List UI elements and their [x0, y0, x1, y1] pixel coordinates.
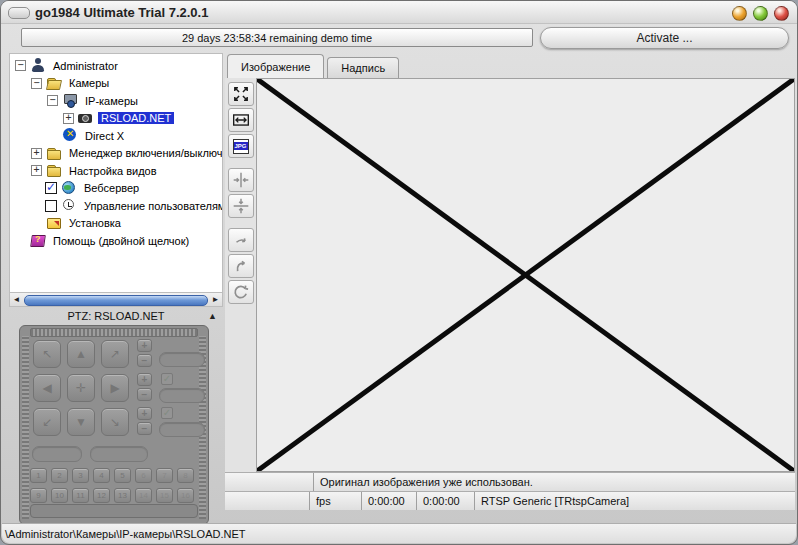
expand-arrows-icon: [232, 85, 250, 103]
ptz-preset-button-14[interactable]: 14: [135, 488, 152, 503]
rotate-90-button[interactable]: [228, 254, 254, 278]
left-panel: −Administrator−Камеры−IP-камеры+RSLOAD.N…: [9, 53, 223, 525]
ptz-preset-button-5[interactable]: 5: [114, 468, 131, 483]
ptz-up-right-button[interactable]: ↗: [101, 340, 129, 368]
tree-expander-plus-icon[interactable]: +: [31, 148, 42, 159]
ptz-move-button[interactable]: ✛: [67, 374, 95, 402]
title-bar: go1984 Ultimate Trial 7.2.0.1: [1, 1, 797, 24]
tree-expander-minus-icon[interactable]: −: [47, 95, 58, 106]
ptz-zoom-plus-button[interactable]: +: [137, 339, 152, 352]
tree-item-help[interactable]: Помощь (двойной щелчок): [10, 232, 222, 250]
ptz-down-left-button[interactable]: ↙: [33, 408, 61, 436]
rotate-slight-icon: [232, 231, 250, 249]
tree-expander-plus-icon[interactable]: +: [31, 165, 42, 176]
ptz-checkbox-2[interactable]: ✓: [161, 407, 173, 419]
tree-item-scheduler[interactable]: +Менеджер включения/выключения: [10, 145, 222, 163]
tab-image[interactable]: Изображение: [227, 54, 324, 78]
tab-bar: Изображение Надпись: [225, 55, 795, 78]
jpg-icon: JPG: [233, 139, 249, 154]
tree-checkbox-webserver[interactable]: ✓: [45, 182, 57, 194]
tree-checkbox-user-management[interactable]: [45, 200, 57, 212]
collapse-up-icon[interactable]: ▲: [208, 311, 217, 321]
help-book-icon: [30, 233, 46, 248]
tree-item-cameras[interactable]: −Камеры: [10, 75, 222, 93]
ptz-speed-slider[interactable]: [30, 504, 198, 518]
ptz-preset-button-10[interactable]: 10: [51, 488, 68, 503]
tree-expander-minus-icon[interactable]: −: [31, 78, 42, 89]
scrollbar-thumb[interactable]: [24, 295, 208, 306]
ptz-preset-button-8[interactable]: 8: [177, 468, 194, 483]
ptz-focus-plus-button[interactable]: +: [137, 373, 152, 386]
tree-expander-plus-icon[interactable]: +: [63, 113, 74, 124]
ptz-iris-minus-button[interactable]: −: [137, 422, 152, 435]
ptz-field-2: [159, 388, 205, 403]
jpg-icon-label: JPG: [234, 142, 248, 150]
tree-item-ip-cameras[interactable]: −IP-камеры: [10, 92, 222, 110]
fit-width-button[interactable]: [228, 108, 254, 132]
ptz-zoom-focus-iris-controls: +−+−+−: [137, 339, 152, 435]
ptz-preset-button-12[interactable]: 12: [93, 488, 110, 503]
ptz-up-button[interactable]: ▲: [67, 340, 95, 368]
ptz-preset-button-9[interactable]: 9: [30, 488, 47, 503]
status-row-message: Оригинал изображения уже использован.: [225, 472, 795, 491]
stats-cell-empty: [225, 492, 309, 510]
ptz-panel-header[interactable]: PTZ: RSLOAD.NET ▲: [9, 307, 223, 324]
users-icon: [61, 198, 77, 213]
system-menu-button[interactable]: [8, 7, 30, 19]
ptz-preset-button-11[interactable]: 11: [72, 488, 89, 503]
status-cell-empty: [225, 473, 313, 491]
ptz-field-3: [159, 422, 205, 437]
tree-item-view-setup[interactable]: +Настройка видов: [10, 162, 222, 180]
ptz-focus-minus-button[interactable]: −: [137, 388, 152, 401]
tree-item-webserver[interactable]: ✓Вебсервер: [10, 180, 222, 198]
ptz-zoom-minus-button[interactable]: −: [137, 354, 152, 367]
camera-tree: −Administrator−Камеры−IP-камеры+RSLOAD.N…: [9, 53, 223, 293]
ptz-preset-button-15[interactable]: 15: [156, 488, 173, 503]
ptz-checkbox-1[interactable]: ✓: [161, 373, 173, 385]
ptz-header-label: PTZ: RSLOAD.NET: [67, 310, 164, 322]
ptz-preset-button-6[interactable]: 6: [135, 468, 152, 483]
scroll-left-icon[interactable]: ◄: [10, 293, 23, 306]
ptz-preset-button-2[interactable]: 2: [51, 468, 68, 483]
ptz-preset-button-3[interactable]: 3: [72, 468, 89, 483]
ptz-right-button[interactable]: ▶: [101, 374, 129, 402]
time-elapsed: 0:00:00: [361, 492, 416, 510]
ptz-iris-plus-button[interactable]: +: [137, 407, 152, 420]
folder-open-icon: [46, 76, 62, 91]
user-icon: [30, 58, 46, 73]
ptz-up-left-button[interactable]: ↖: [33, 340, 61, 368]
rotate-180-button[interactable]: [228, 280, 254, 304]
ptz-field-5: [90, 446, 148, 462]
flip-vertical-button[interactable]: [228, 194, 254, 218]
ptz-left-button[interactable]: ◀: [33, 374, 61, 402]
tree-item-user-management[interactable]: Управление пользователями: [10, 197, 222, 215]
tree-item-direct-x[interactable]: Direct X: [10, 127, 222, 145]
jpg-button[interactable]: JPG: [228, 134, 254, 158]
ptz-preset-button-7[interactable]: 7: [156, 468, 173, 483]
maximize-button[interactable]: [753, 6, 768, 21]
tree-item-installation[interactable]: Установка: [10, 215, 222, 233]
minimize-button[interactable]: [732, 6, 747, 21]
tab-caption[interactable]: Надпись: [327, 57, 399, 78]
rotate-slight-button[interactable]: [228, 228, 254, 252]
ptz-down-button[interactable]: ▼: [67, 408, 95, 436]
tree-item-label: Administrator: [50, 60, 121, 72]
ptz-preset-button-16[interactable]: 16: [177, 488, 194, 503]
fullscreen-button[interactable]: [228, 82, 254, 106]
ptz-preset-button-13[interactable]: 13: [114, 488, 131, 503]
tree-expander-minus-icon[interactable]: −: [15, 60, 26, 71]
scroll-right-icon[interactable]: ►: [209, 293, 222, 306]
flip-horizontal-button[interactable]: [228, 168, 254, 192]
folder-icon: [46, 146, 62, 161]
close-button[interactable]: [774, 6, 789, 21]
tree-item-administrator[interactable]: −Administrator: [10, 57, 222, 75]
ptz-preset-button-1[interactable]: 1: [30, 468, 47, 483]
tree-horizontal-scrollbar[interactable]: ◄ ►: [9, 293, 223, 307]
no-image-x-icon: [257, 79, 794, 471]
ptz-down-right-button[interactable]: ↘: [101, 408, 129, 436]
tree-item-rsload-net[interactable]: +RSLOAD.NET: [10, 110, 222, 128]
video-placeholder: [256, 78, 795, 472]
activate-button[interactable]: Activate ...: [540, 27, 789, 49]
ptz-preset-button-4[interactable]: 4: [93, 468, 110, 483]
app-window: go1984 Ultimate Trial 7.2.0.1 29 days 23…: [0, 0, 798, 545]
